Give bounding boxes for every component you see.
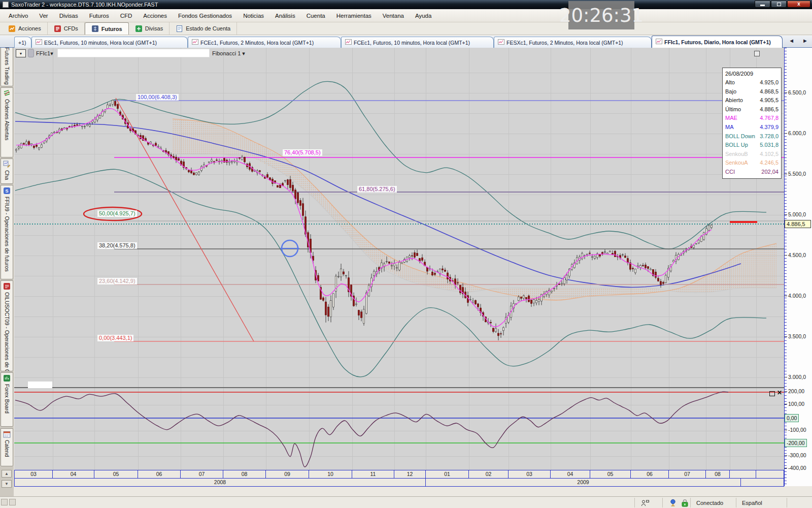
info-row-abierto: Abierto4.905,5 (725, 96, 779, 105)
menu-archivo[interactable]: Archivo (3, 11, 33, 21)
chart-tab-3[interactable]: FCEc1, Futuros, 10 minutos, Hora local (… (341, 37, 494, 48)
connection-status: Conectado (696, 498, 723, 507)
menu-ayuda[interactable]: Ayuda (410, 11, 437, 21)
fib-label-0[interactable]: 100,00(6.408,3) (136, 94, 179, 101)
info-value: 4.886,5 (760, 105, 779, 114)
chart-search-input[interactable] (57, 49, 210, 57)
status-separator (787, 498, 787, 507)
person-icon[interactable] (640, 498, 650, 507)
redcfd-icon (3, 282, 11, 291)
network-icon[interactable] (669, 498, 677, 507)
cci-tick: -300,00 (788, 452, 806, 458)
month-cell: 06 (138, 470, 181, 478)
status-mini-button-2[interactable] (9, 499, 16, 505)
toolbar-cfds-button[interactable]: CFDs (48, 22, 85, 35)
menu-herramientas[interactable]: Herramientas (331, 11, 377, 21)
fib-label-5[interactable]: 23,60(4.142,9) (97, 278, 137, 284)
menu-ver[interactable]: Ver (33, 11, 53, 21)
menu-fondos-gestionados[interactable]: Fondos Gestionados (173, 11, 238, 21)
quote-info-panel: 26/08/2009 Alto4.925,0Bajo4.868,5Abierto… (722, 68, 782, 179)
sidebar-tab-cha[interactable]: Cha (1, 158, 13, 184)
svg-text:S: S (5, 188, 8, 194)
chart-grip-icon (28, 49, 34, 57)
menu-an-lisis[interactable]: Análisis (269, 11, 301, 21)
chart-tab-5[interactable]: FFIc1, Futuros, Diario, Hora local (GMT+… (652, 36, 783, 48)
tab-scroll-controls: ◄ ► (787, 37, 810, 44)
tab-scroll-left-icon[interactable]: ◄ (787, 37, 796, 44)
info-row-alto: Alto4.925,0 (725, 78, 779, 87)
info-label: MAE (725, 114, 737, 123)
info-label: BOLL Up (725, 141, 748, 150)
status-bar: ConectadoEspañol (0, 496, 812, 508)
cci-tick: -200,00 (785, 439, 807, 447)
info-label: Abierto (725, 96, 743, 105)
chart-maximize-icon[interactable] (754, 51, 760, 56)
toolbar-divisas-button[interactable]: Divisas (129, 22, 170, 35)
sidebar-scroll-up[interactable]: ▲ (2, 470, 12, 478)
toolbar-acciones-button[interactable]: Acciones (2, 22, 48, 35)
price-chart[interactable] (14, 48, 784, 470)
divisas-icon (135, 25, 143, 33)
fib-label-2[interactable]: 61,80(5.275,6) (357, 186, 397, 193)
acciones-icon (8, 25, 16, 33)
cfds-icon (54, 25, 61, 33)
info-label: SenkouB (725, 150, 748, 159)
mini-chart-icon (345, 39, 352, 46)
menu-divisas[interactable]: Divisas (54, 11, 84, 21)
month-cell: 08 (223, 470, 266, 478)
sidebar-tab-forex-board[interactable]: Forex Board (1, 372, 13, 427)
status-mini-button-1[interactable] (1, 499, 8, 505)
mini-chart-icon (36, 39, 42, 46)
menu-futuros[interactable]: Futuros (84, 11, 115, 21)
toolbar-futuros-button[interactable]: Futuros (85, 22, 129, 35)
indicator-restore-icon[interactable] (769, 391, 775, 396)
menu-cfd[interactable]: CFD (115, 11, 138, 21)
chart-dropdown-button[interactable]: ▼ (16, 49, 26, 57)
fib-label-6[interactable]: 0,00(3.443,1) (97, 335, 133, 341)
info-value: 202,04 (761, 168, 779, 177)
chart-tab-1[interactable]: ESc1, Futuros, 10 minutos, Hora local (G… (31, 37, 188, 48)
sidebar-tab-oilusoct09-operaciones-de-cfd[interactable]: OILUSOCT09 - Operaciones de CFD (1, 280, 13, 371)
sidebar-tab-label: Futures Trading (4, 47, 10, 85)
menu-acciones[interactable]: Acciones (138, 11, 173, 21)
minimize-button[interactable] (755, 1, 770, 8)
sidebar-tab-label: OILUSOCT09 - Operaciones de CFD (4, 292, 10, 371)
info-row-bajo: Bajo4.868,5 (725, 87, 779, 97)
chart-tab-strip: ◄ ► +1)ESc1, Futuros, 10 minutos, Hora l… (0, 36, 812, 48)
toolbar-estado-de-cuenta-button[interactable]: Estado de Cuenta (170, 22, 237, 35)
sidebar-tab-calend[interactable]: Calend (1, 428, 13, 466)
annotation-tool-label[interactable]: Fibonacci 1 ▾ (212, 50, 245, 57)
chart-tab-label: FCEc1, Futuros, 2 Minutos, Hora local (G… (200, 40, 314, 46)
menu-noticias[interactable]: Noticias (238, 11, 269, 21)
menu-cuenta[interactable]: Cuenta (301, 11, 331, 21)
mini-chart-icon (498, 39, 504, 46)
restore-button[interactable] (771, 1, 787, 8)
chart-tab-4[interactable]: FESXc1, Futuros, 2 Minutos, Hora local (… (494, 37, 652, 48)
tab-scroll-right-icon[interactable]: ► (800, 37, 810, 44)
orders-icon (3, 89, 11, 98)
indicator-close-icon[interactable]: ✕ (777, 389, 782, 396)
chartpencil-icon (3, 161, 11, 169)
info-row-mae: MAE4.767,8 (725, 114, 779, 123)
toolbar-label: Divisas (145, 25, 163, 31)
sidebar-tab-label: FFIU9 - Operaciones de futuros (4, 197, 10, 272)
fib-label-1[interactable]: 76,40(5.708,5) (283, 149, 322, 156)
menu-ventana[interactable]: Ventana (377, 11, 410, 21)
sidebar-tab-rdenes-abiertas[interactable]: Órdenes Abiertas (1, 87, 13, 157)
chart-symbol-label[interactable]: FFIc1▾ (36, 50, 53, 57)
axis-frame-line (14, 486, 784, 487)
lock-icon[interactable] (681, 498, 689, 507)
info-label: CCI (725, 168, 735, 177)
sidebar-scroll-down[interactable]: ▼ (2, 480, 12, 488)
chart-tab-0[interactable]: +1) (14, 37, 31, 48)
sidebar-tab-ffiu9-operaciones-de-futuros[interactable]: SFFIU9 - Operaciones de futuros (1, 185, 13, 279)
close-button[interactable]: x (787, 1, 810, 8)
toolbar-label: Estado de Cuenta (186, 25, 230, 31)
fib-label-3[interactable]: 50,00(4.925,7) (97, 210, 137, 217)
sidebar-tab-label: Forex Board (4, 384, 10, 414)
window-controls: x (755, 1, 810, 8)
fib-label-4[interactable]: 38,20(4.575,8) (97, 242, 137, 249)
month-cell: 11 (352, 470, 394, 478)
month-cell: 06 (631, 470, 669, 478)
chart-tab-2[interactable]: FCEc1, Futuros, 2 Minutos, Hora local (G… (188, 37, 341, 48)
